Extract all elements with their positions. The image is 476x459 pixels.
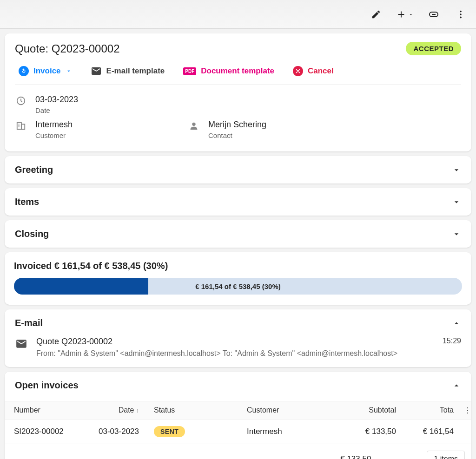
customer-value: Intermesh xyxy=(35,120,179,130)
mail-icon xyxy=(91,66,102,77)
date-label: Date xyxy=(35,106,179,114)
contact-value: Merijn Schering xyxy=(208,120,352,130)
edit-button[interactable] xyxy=(369,7,383,21)
email-subject: Quote Q2023-00002 xyxy=(36,337,434,347)
document-template-label: Document template xyxy=(201,66,274,76)
table-row[interactable]: SI2023-00002 03-03-2023 SENT Intermesh €… xyxy=(5,420,471,444)
top-toolbar xyxy=(0,0,476,29)
col-number[interactable]: Number xyxy=(5,401,81,420)
chevron-down-icon xyxy=(452,197,461,207)
open-invoices-card: Open invoices Number Date↑ Status Custom… xyxy=(5,372,471,459)
add-button[interactable] xyxy=(396,9,414,20)
chevron-down-icon xyxy=(452,230,461,239)
sort-asc-icon: ↑ xyxy=(136,407,139,414)
cell-status: SENT xyxy=(146,420,239,444)
action-row: Invoice E-mail template PDF Document tem… xyxy=(15,55,461,84)
chevron-down-icon xyxy=(452,165,461,175)
items-section[interactable]: Items xyxy=(5,188,471,216)
refresh-icon xyxy=(19,66,29,76)
cancel-label: Cancel xyxy=(308,66,334,76)
invoice-button[interactable]: Invoice xyxy=(19,66,72,76)
date-value: 03-03-2023 xyxy=(35,95,179,105)
footer-subtotal: € 133,50 xyxy=(340,454,408,459)
invoiced-title: Invoiced € 161,54 of € 538,45 (30%) xyxy=(14,261,462,271)
more-button[interactable] xyxy=(454,7,468,21)
open-invoices-title: Open invoices xyxy=(15,380,79,391)
link-button[interactable] xyxy=(427,7,441,21)
items-title: Items xyxy=(15,197,39,207)
email-time: 15:29 xyxy=(443,337,461,345)
col-status[interactable]: Status xyxy=(146,401,239,420)
clock-icon xyxy=(15,95,27,106)
cell-customer: Intermesh xyxy=(239,420,343,444)
building-icon xyxy=(15,120,27,131)
mail-icon xyxy=(15,337,28,350)
email-section-title: E-mail xyxy=(15,318,43,328)
quote-header-card: Quote: Q2023-00002 ACCEPTED Invoice E-ma… xyxy=(5,33,471,151)
cell-subtotal: € 133,50 xyxy=(343,420,403,444)
close-icon xyxy=(293,66,303,76)
customer-label: Customer xyxy=(35,131,179,139)
pdf-icon: PDF xyxy=(183,67,196,75)
email-card: E-mail Quote Q2023-00002 From: "Admin & … xyxy=(5,309,471,367)
invoice-label: Invoice xyxy=(33,66,61,76)
contact-label: Contact xyxy=(208,131,352,139)
invoices-table: Number Date↑ Status Customer Subtotal To… xyxy=(5,401,471,444)
svg-point-2 xyxy=(460,16,462,18)
status-badge: ACCEPTED xyxy=(406,42,461,55)
col-customer[interactable]: Customer xyxy=(239,401,343,420)
col-subtotal[interactable]: Subtotal xyxy=(343,401,403,420)
email-template-label: E-mail template xyxy=(106,66,165,76)
cell-total: € 161,54 xyxy=(403,420,464,444)
cell-number: SI2023-00002 xyxy=(5,420,81,444)
quote-title: Quote: Q2023-00002 xyxy=(15,42,120,55)
progress-bar: € 161,54 of € 538,45 (30%) xyxy=(14,278,462,295)
invoiced-card: Invoiced € 161,54 of € 538,45 (30%) € 16… xyxy=(5,252,471,305)
person-icon xyxy=(188,120,200,131)
sent-badge: SENT xyxy=(154,426,185,437)
email-template-button[interactable]: E-mail template xyxy=(91,66,165,77)
closing-section[interactable]: Closing xyxy=(5,220,471,248)
greeting-section[interactable]: Greeting xyxy=(5,156,471,184)
greeting-title: Greeting xyxy=(15,164,53,175)
email-item[interactable]: Quote Q2023-00002 From: "Admin & System"… xyxy=(15,334,461,358)
table-footer: € 133,50 1 items xyxy=(5,444,471,459)
info-section: 03-03-2023 Date Intermesh Customer Merij… xyxy=(15,84,461,151)
email-meta: From: "Admin & System" <admin@intermesh.… xyxy=(36,349,434,358)
cancel-button[interactable]: Cancel xyxy=(293,66,334,76)
document-template-button[interactable]: PDF Document template xyxy=(183,66,274,76)
svg-point-6 xyxy=(192,123,195,126)
progress-label: € 161,54 of € 538,45 (30%) xyxy=(14,278,462,295)
chevron-down-icon xyxy=(408,12,414,17)
svg-point-0 xyxy=(460,10,462,12)
chevron-up-icon[interactable] xyxy=(452,381,461,390)
closing-title: Closing xyxy=(15,229,49,239)
chevron-up-icon[interactable] xyxy=(452,319,461,328)
svg-rect-5 xyxy=(21,124,25,129)
svg-point-1 xyxy=(460,13,462,15)
items-count[interactable]: 1 items xyxy=(427,451,465,459)
col-date[interactable]: Date↑ xyxy=(81,401,146,420)
col-total[interactable]: Tota xyxy=(403,401,464,420)
col-more[interactable]: ⋮ xyxy=(464,401,471,420)
chevron-down-icon xyxy=(66,68,72,74)
svg-rect-4 xyxy=(17,123,21,130)
cell-date: 03-03-2023 xyxy=(81,420,146,444)
